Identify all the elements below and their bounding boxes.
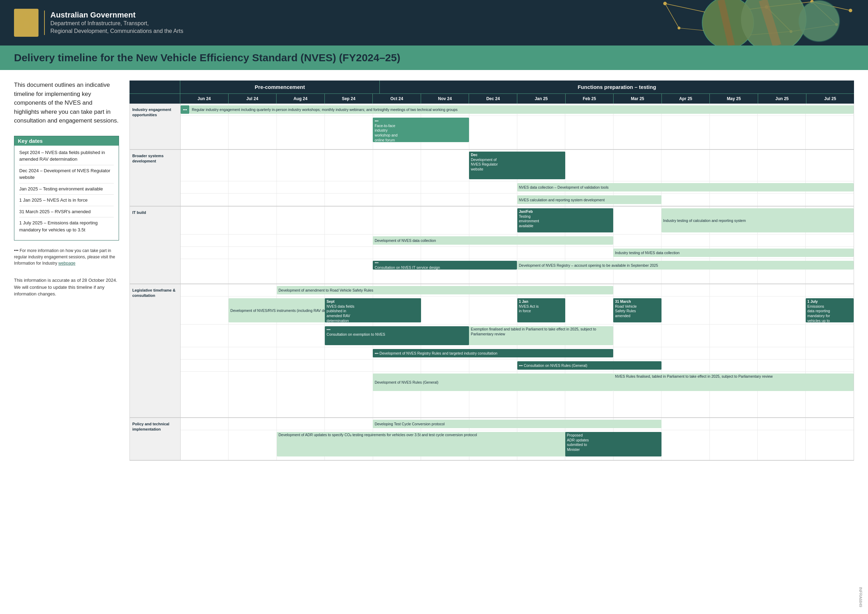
exemption-consult-bar: •••Consultation on exemption to NVES [325,326,469,345]
month-dec24: Dec 24 [469,94,517,104]
bottom-note: This information is accurate as of 28 Oc… [14,277,119,298]
month-jun25: Jun 25 [758,94,806,104]
policy-row1: Developing Test Cycle Conversion protoco… [181,418,854,430]
industry-bar-main: Regular industry engagement including qu… [190,105,854,114]
svg-point-25 [677,26,680,29]
nves-rules-dev-bar: Development of NVES Rules (General) [373,374,613,391]
month-oct24: Oct 24 [373,94,421,104]
key-date-item: 1 Jan 2025 – NVES Act is in force [19,197,114,206]
svg-line-13 [665,3,679,28]
month-sep24: Sep 24 [325,94,373,104]
section-body-it: Jan/FebTestingenvironmentavailable Indus… [181,206,854,284]
month-jun24: Jun 24 [180,94,229,104]
section-broader-systems: Broader systems development DecDevelopme… [130,150,854,206]
header-text: Australian Government Department of Infr… [44,11,183,36]
logo-area: Australian Government Department of Infr… [14,9,183,37]
left-panel: This document outlines an indicative tim… [14,81,119,460]
page-container: Australian Government Department of Infr… [0,0,868,614]
main-content: This document outlines an indicative tim… [0,70,868,471]
broader-row1: DecDevelopment ofNVES Regulatorwebsite [181,150,854,181]
month-aug24: Aug 24 [276,94,325,104]
phase-spacer [130,81,180,93]
key-dates-box: Key dates Sept 2024 – NVES data fields p… [14,136,119,241]
month-mar25: Mar 25 [614,94,662,104]
adr-updates-bar: Development of ADR updates to specify CO… [277,432,614,456]
industry-calc-testing-bar: Industry testing of calculation and repo… [662,208,854,233]
test-cycle-bar: Developing Test Cycle Conversion protoco… [373,420,661,428]
july-emissions-bar: 1 JulyEmissionsdata reportingmandatory f… [806,298,854,323]
nves-rules-general-consult-bar: ••• Consultation on NVES Rules (General) [517,361,662,370]
key-date-item: 1 July 2025 – Emissions data reporting m… [19,220,114,235]
section-it-build: IT build Jan/FebTestingenvironmentavaila… [130,206,854,284]
page-id: INFRA6849 [859,587,863,607]
nves-datacollection-bar: Development of NVES data collection [373,236,613,245]
phase-fn-label: Functions preparation – testing [380,81,854,93]
it-row4: •••Consultation on NVES IT service desig… [181,259,854,271]
leg-row3: •••Consultation on exemption to NVES Exe… [181,324,854,347]
month-spacer [130,94,180,104]
it-row2: Development of NVES data collection [181,234,854,247]
dept-name: Department of Infrastructure, Transport,… [50,20,183,36]
nves-rules-final-bar: NVES Rules finalised, tabled in Parliame… [613,374,854,391]
validation-tools-bar: NVES data collection – Development of va… [517,183,854,191]
leg-row1: Development of amendment to Road Vehicle… [181,284,854,296]
policy-row2: Development of ADR updates to specify CO… [181,430,854,458]
key-dates-title: Key dates [14,136,119,146]
intro-text: This document outlines an indicative tim… [14,81,119,125]
svg-point-24 [849,9,852,12]
section-label-industry: Industry engagement opportunities [130,104,181,149]
network-graphic [644,0,854,45]
dots-indicator: ••• [181,105,189,114]
broader-row3: NVES calculation and reporting system de… [181,194,854,206]
month-header-row: Jun 24 Jul 24 Aug 24 Sep 24 Oct 24 Nov 2… [130,93,854,104]
key-date-item: Dec 2024 – Development of NVES Regulator… [19,167,114,183]
leg-row6: Development of NVES Rules (General) NVES… [181,372,854,393]
phase-pre-label: Pre-commencement [180,81,380,93]
section-label-broader: Broader systems development [130,150,181,206]
timeline-body: Industry engagement opportunities ••• Re… [130,104,854,460]
key-date-item: Sept 2024 – NVES data fields published i… [19,149,114,165]
section-body-broader: DecDevelopment ofNVES Regulatorwebsite N… [181,150,854,206]
key-date-item: 31 March 2025 – RVSR's amended [19,208,114,218]
svg-rect-34 [799,1,839,41]
leg-row5: ••• Consultation on NVES Rules (General) [181,360,854,372]
title-bar: Delivery timeline for the New Vehicle Ef… [0,45,868,70]
calc-reporting-bar: NVES calculation and reporting system de… [517,195,662,204]
page-title: Delivery timeline for the New Vehicle Ef… [14,52,854,64]
month-jan25: Jan 25 [517,94,566,104]
it-row3: Industry testing of NVES data collection [181,247,854,259]
phase-header-row: Pre-commencement Functions preparation –… [130,81,854,93]
industry-row1: ••• Regular industry engagement includin… [181,104,854,116]
header: Australian Government Department of Infr… [0,0,868,45]
month-jul25: Jul 25 [806,94,854,104]
month-nov24: Nov 24 [421,94,470,104]
section-label-it: IT build [130,206,181,284]
month-feb25: Feb 25 [566,94,614,104]
month-may25: May 25 [710,94,758,104]
march-rvsr-bar: 31 MarchRoad VehicleSafety Rulesamended [613,298,661,323]
road-safety-rules-bar: Development of amendment to Road Vehicle… [277,286,614,295]
nves-it-consult-bar: •••Consultation on NVES IT service desig… [373,261,517,270]
timeline-container: Pre-commencement Functions preparation –… [130,81,854,460]
month-apr25: Apr 25 [662,94,710,104]
key-date-item: Jan 2025 – Testing environment available [19,186,114,195]
leg-row2: Development of NVES/RVS instruments (inc… [181,296,854,324]
section-label-legislative: Legislative timeframe & consultation [130,284,181,417]
jan-act-bar: 1 JanNVES Act isin force [517,298,565,323]
section-legislative: Legislative timeframe & consultation Dev… [130,284,854,418]
section-label-policy: Policy and technical implementation [130,418,181,460]
header-decoration [644,2,854,44]
registry-rules-bar: ••• Development of NVES Registry Rules a… [373,349,613,357]
section-body-industry: ••• Regular industry engagement includin… [181,104,854,149]
industry-webpage-link[interactable]: webpage [59,261,76,266]
broader-row2: NVES data collection – Development of va… [181,181,854,194]
nves-registry-bar: Development of NVES Registry – account o… [517,261,854,270]
it-row1: Jan/FebTestingenvironmentavailable Indus… [181,206,854,234]
month-jul24: Jul 24 [229,94,277,104]
exemption-finalised-bar: Exemption finalised and tabled in Parlia… [469,326,613,345]
proposed-adr-bar: ProposedADR updatessubmitted toMinister [565,432,662,456]
sept-fields-bar: SeptNVES data fieldspublished inamended … [325,298,421,323]
section-body-policy: Developing Test Cycle Conversion protoco… [181,418,854,460]
section-industry-engagement: Industry engagement opportunities ••• Re… [130,104,854,150]
industry-datacoll-testing-bar: Industry testing of NVES data collection [613,248,854,257]
